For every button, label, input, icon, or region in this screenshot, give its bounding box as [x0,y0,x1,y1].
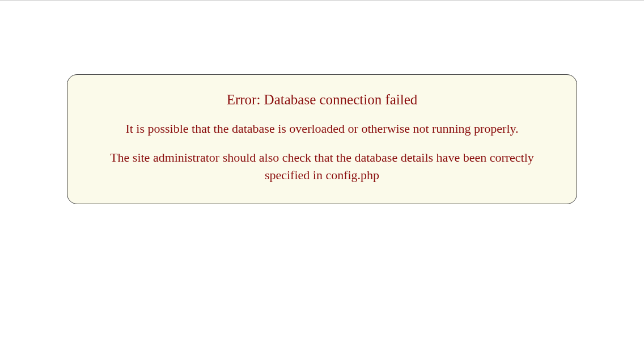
error-title: Error: Database connection failed [90,92,554,108]
error-detail-line-2: The site administrator should also check… [90,149,554,184]
error-detail-line-1: It is possible that the database is over… [90,120,554,138]
error-message-box: Error: Database connection failed It is … [67,74,577,204]
